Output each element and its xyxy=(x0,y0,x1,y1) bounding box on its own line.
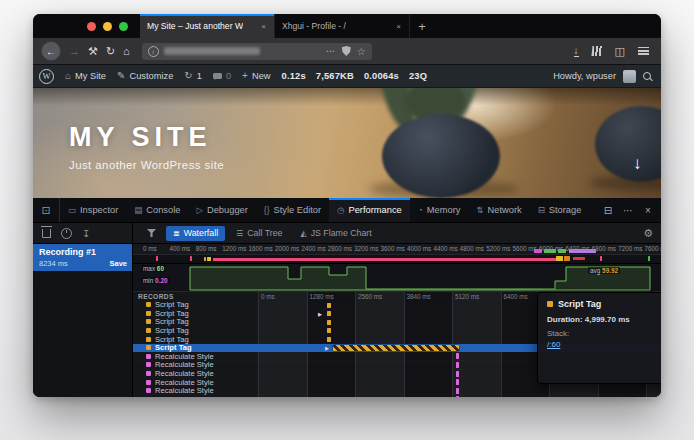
devtools-toolbar: ⊡ ▭Inspector▤Console▷Debugger{}Style Edi… xyxy=(33,198,661,223)
ruler-tick: 2800 ms xyxy=(328,245,352,252)
detail-stack-label: Stack: xyxy=(547,329,661,338)
ruler-tick: 6800 ms xyxy=(592,245,616,252)
devtools-tab-network[interactable]: ⇅Network xyxy=(468,198,529,222)
framerate-graph[interactable]: max 60 min 0.20 avg 59.92 xyxy=(133,264,661,292)
filter-icon[interactable] xyxy=(147,229,156,237)
minimize-window-button[interactable] xyxy=(103,22,112,31)
small-pot xyxy=(595,106,661,182)
new-tab-button[interactable]: + xyxy=(410,14,434,38)
grid-tick: 2560 ms xyxy=(358,293,382,300)
url-bar[interactable]: i ⋯ ☆ xyxy=(142,43,372,60)
tab-close-icon[interactable]: × xyxy=(395,22,402,31)
grid-tick: 3840 ms xyxy=(407,293,431,300)
performance-panel: ↧ ≣Waterfall☰Call Tree◭JS Flame Chart ⚙ … xyxy=(33,223,661,397)
overview-mark xyxy=(600,256,602,261)
devtools-tab-debugger[interactable]: ▷Debugger xyxy=(188,198,255,222)
overview-mark xyxy=(556,256,563,261)
tab-title: My Site – Just another WordPress s xyxy=(147,21,243,31)
detail-duration: Duration: 4,999.70 ms xyxy=(547,315,661,324)
grid-tick: 1280 ms xyxy=(310,293,334,300)
devtools-tab-console[interactable]: ▤Console xyxy=(126,198,188,222)
memory-icon: ◔ xyxy=(418,205,423,215)
wrench-icon[interactable]: ⚒ xyxy=(88,46,98,57)
waterfall-marker xyxy=(456,362,459,368)
admin-bar-my-site[interactable]: ⌂ My Site xyxy=(65,71,106,81)
tab-close-icon[interactable]: × xyxy=(260,22,267,31)
forward-button[interactable]: → xyxy=(69,46,80,57)
settings-gear-icon[interactable]: ⚙ xyxy=(643,227,653,240)
admin-bar-new[interactable]: + New xyxy=(242,71,270,81)
search-icon[interactable] xyxy=(643,72,651,80)
script-marker-icon xyxy=(547,301,553,307)
ruler-tick: 1200 ms xyxy=(222,245,246,252)
sidebar-toggle-icon[interactable]: ◫ xyxy=(615,45,625,58)
hero-text: MY SITE Just another WordPress site xyxy=(69,122,224,171)
overview-mark xyxy=(190,256,192,261)
dock-side-icon[interactable]: ⊟ xyxy=(599,205,617,216)
admin-bar-account: Howdy, wpuser xyxy=(553,70,651,83)
devtools-tab-storage[interactable]: ⊟Storage xyxy=(530,198,590,222)
house-icon: ⌂ xyxy=(65,71,71,81)
close-window-button[interactable] xyxy=(87,22,96,31)
pick-element-icon[interactable]: ⊡ xyxy=(33,198,60,222)
fps-max-label: max 60 xyxy=(141,265,166,272)
record-icon[interactable] xyxy=(61,228,72,239)
devtools-close-icon[interactable]: × xyxy=(639,205,657,216)
waterfall-marker xyxy=(456,353,459,359)
recording-item[interactable]: Recording #1 8234 ms Save xyxy=(33,244,132,271)
library-icon[interactable] xyxy=(591,46,602,56)
zoom-window-button[interactable] xyxy=(119,22,128,31)
admin-bar-updates[interactable]: ↻ 1 xyxy=(184,71,202,81)
bookmark-star-icon[interactable]: ☆ xyxy=(357,46,366,57)
ruler-tick: 7200 ms xyxy=(618,245,642,252)
reload-button[interactable]: ↻ xyxy=(106,46,115,57)
expand-arrow-icon[interactable]: ▶ xyxy=(325,345,329,351)
timeline-ruler[interactable]: 0 ms400 ms800 ms1200 ms1600 ms2000 ms240… xyxy=(133,244,661,255)
devtools-tab-label: Console xyxy=(146,205,180,215)
wordpress-logo-icon[interactable]: W xyxy=(39,69,54,84)
devtools-tab-inspector[interactable]: ▭Inspector xyxy=(60,198,126,222)
tracking-shield-icon[interactable] xyxy=(342,46,351,56)
script-marker-icon xyxy=(146,328,151,333)
detail-stack-link[interactable]: /:60 xyxy=(547,340,661,349)
home-button[interactable]: ⌂ xyxy=(123,46,130,57)
clear-recordings-icon[interactable] xyxy=(42,229,51,238)
menu-hamburger-icon[interactable] xyxy=(638,47,649,55)
expand-arrow-icon[interactable]: ▶ xyxy=(318,311,322,317)
site-hero: MY SITE Just another WordPress site ↓ xyxy=(33,88,661,198)
update-count: 1 xyxy=(197,71,202,81)
overview-mark xyxy=(648,256,650,261)
detail-title: Script Tag xyxy=(558,299,601,309)
avatar[interactable] xyxy=(623,70,636,83)
tab-my-site[interactable]: My Site – Just another WordPress s × xyxy=(140,14,275,38)
downloads-icon[interactable]: ↓ xyxy=(574,46,579,57)
back-button[interactable]: ← xyxy=(41,41,61,61)
howdy-label[interactable]: Howdy, wpuser xyxy=(553,71,616,81)
view-tab-call-tree[interactable]: ☰Call Tree xyxy=(229,226,289,241)
wp-admin-bar: W ⌂ My Site ✎ Customize ↻ 1 0 + New xyxy=(33,65,661,88)
tab-xhgui[interactable]: Xhgui - Profile - / × xyxy=(275,14,410,38)
overview-mark xyxy=(573,257,585,260)
devtools-tab-label: Memory xyxy=(427,205,461,215)
site-info-icon[interactable]: i xyxy=(148,46,159,57)
script-marker-icon xyxy=(146,302,151,307)
admin-bar-customize[interactable]: ✎ Customize xyxy=(117,71,173,81)
view-tab-js-flame-chart[interactable]: ◭JS Flame Chart xyxy=(293,226,378,241)
performance-toolbar: ↧ ≣Waterfall☰Call Tree◭JS Flame Chart ⚙ xyxy=(33,223,661,244)
devtools-menu-icon[interactable]: ⋯ xyxy=(619,205,637,216)
import-recording-icon[interactable]: ↧ xyxy=(82,228,90,239)
devtools-tab-label: Style Editor xyxy=(274,205,322,215)
comment-count: 0 xyxy=(226,71,231,81)
devtools-tab-style-editor[interactable]: {}Style Editor xyxy=(256,198,329,222)
devtools-tab-performance[interactable]: ◷Performance xyxy=(329,198,410,222)
ruler-tick: 800 ms xyxy=(196,245,217,252)
view-tab-waterfall[interactable]: ≣Waterfall xyxy=(166,226,225,241)
timeline-overview[interactable] xyxy=(133,255,661,264)
scroll-down-arrow[interactable]: ↓ xyxy=(633,154,642,174)
save-recording-link[interactable]: Save xyxy=(109,259,127,268)
record-row-recalculate-style[interactable]: Recalculate Style xyxy=(133,395,661,397)
page-actions-icon[interactable]: ⋯ xyxy=(326,46,336,56)
devtools-tab-memory[interactable]: ◔Memory xyxy=(410,198,469,222)
ruler-tick: 6400 ms xyxy=(565,245,589,252)
admin-bar-comments[interactable]: 0 xyxy=(213,71,231,81)
